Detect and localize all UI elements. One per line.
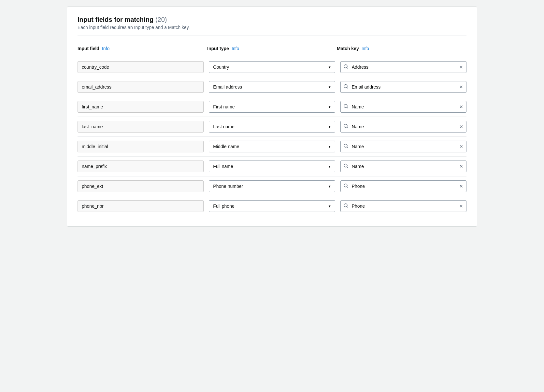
input-fields-panel: Input fields for matching (20) Each inpu… bbox=[67, 7, 477, 227]
match-key-wrapper-1: ✕ bbox=[340, 81, 466, 93]
clear-button-1[interactable]: ✕ bbox=[459, 85, 463, 89]
field-name-3: last_name bbox=[78, 121, 204, 133]
input-type-select-0[interactable]: CountryEmail addressFirst nameLast nameM… bbox=[209, 61, 335, 73]
col-header-input-type: Input type Info bbox=[207, 42, 337, 54]
match-key-input-5[interactable] bbox=[340, 161, 466, 172]
col-input-field-info-link[interactable]: Info bbox=[102, 46, 109, 51]
match-key-input-6[interactable] bbox=[340, 180, 466, 192]
input-type-wrapper-7: CountryEmail addressFirst nameLast nameM… bbox=[209, 200, 335, 212]
field-name-6: phone_ext bbox=[78, 180, 204, 192]
match-key-input-3[interactable] bbox=[340, 121, 466, 133]
clear-button-4[interactable]: ✕ bbox=[459, 144, 463, 149]
col-header-match-key: Match key Info bbox=[337, 42, 466, 54]
col-input-field-label: Input field bbox=[78, 46, 99, 51]
input-type-select-4[interactable]: CountryEmail addressFirst nameLast nameM… bbox=[209, 141, 335, 152]
input-type-select-7[interactable]: CountryEmail addressFirst nameLast nameM… bbox=[209, 200, 335, 212]
input-type-wrapper-6: CountryEmail addressFirst nameLast nameM… bbox=[209, 180, 335, 192]
field-name-5: name_prefix bbox=[78, 161, 204, 172]
match-key-input-1[interactable] bbox=[340, 81, 466, 93]
match-key-wrapper-3: ✕ bbox=[340, 121, 466, 133]
match-key-wrapper-2: ✕ bbox=[340, 101, 466, 113]
field-name-4: middle_initial bbox=[78, 141, 204, 152]
clear-button-5[interactable]: ✕ bbox=[459, 164, 463, 169]
clear-button-6[interactable]: ✕ bbox=[459, 184, 463, 189]
clear-button-7[interactable]: ✕ bbox=[459, 204, 463, 208]
match-key-wrapper-7: ✕ bbox=[340, 200, 466, 212]
field-name-7: phone_nbr bbox=[78, 200, 204, 212]
clear-button-3[interactable]: ✕ bbox=[459, 124, 463, 129]
table-row: middle_initialCountryEmail addressFirst … bbox=[78, 137, 466, 157]
col-header-input-field: Input field Info bbox=[78, 42, 207, 54]
panel-header: Input fields for matching (20) Each inpu… bbox=[78, 16, 466, 35]
input-type-wrapper-5: CountryEmail addressFirst nameLast nameM… bbox=[209, 161, 335, 172]
input-type-select-2[interactable]: CountryEmail addressFirst nameLast nameM… bbox=[209, 101, 335, 113]
input-type-wrapper-0: CountryEmail addressFirst nameLast nameM… bbox=[209, 61, 335, 73]
panel-title-text: Input fields for matching bbox=[78, 16, 153, 23]
match-key-input-7[interactable] bbox=[340, 200, 466, 212]
table-body: country_codeCountryEmail addressFirst na… bbox=[78, 57, 466, 216]
col-input-type-info-link[interactable]: Info bbox=[232, 46, 239, 51]
col-match-key-info-link[interactable]: Info bbox=[362, 46, 369, 51]
table-row: first_nameCountryEmail addressFirst name… bbox=[78, 97, 466, 117]
table-row: country_codeCountryEmail addressFirst na… bbox=[78, 57, 466, 77]
match-key-wrapper-5: ✕ bbox=[340, 161, 466, 172]
table-row: email_addressCountryEmail addressFirst n… bbox=[78, 77, 466, 97]
match-key-input-0[interactable] bbox=[340, 61, 466, 73]
field-name-1: email_address bbox=[78, 81, 204, 93]
input-type-wrapper-2: CountryEmail addressFirst nameLast nameM… bbox=[209, 101, 335, 113]
input-type-wrapper-3: CountryEmail addressFirst nameLast nameM… bbox=[209, 121, 335, 133]
input-type-wrapper-1: CountryEmail addressFirst nameLast nameM… bbox=[209, 81, 335, 93]
panel-subtitle: Each input field requires an Input type … bbox=[78, 25, 466, 30]
table-row: last_nameCountryEmail addressFirst nameL… bbox=[78, 117, 466, 137]
input-type-select-6[interactable]: CountryEmail addressFirst nameLast nameM… bbox=[209, 180, 335, 192]
input-type-select-1[interactable]: CountryEmail addressFirst nameLast nameM… bbox=[209, 81, 335, 93]
match-key-wrapper-0: ✕ bbox=[340, 61, 466, 73]
panel-count: (20) bbox=[155, 16, 167, 23]
match-key-input-2[interactable] bbox=[340, 101, 466, 113]
field-name-0: country_code bbox=[78, 61, 204, 73]
table-row: phone_nbrCountryEmail addressFirst nameL… bbox=[78, 196, 466, 216]
match-key-wrapper-6: ✕ bbox=[340, 180, 466, 192]
table-header: Input field Info Input type Info Match k… bbox=[78, 42, 466, 57]
table-row: name_prefixCountryEmail addressFirst nam… bbox=[78, 157, 466, 176]
input-type-select-3[interactable]: CountryEmail addressFirst nameLast nameM… bbox=[209, 121, 335, 133]
panel-title: Input fields for matching (20) bbox=[78, 16, 466, 23]
match-key-wrapper-4: ✕ bbox=[340, 141, 466, 152]
clear-button-0[interactable]: ✕ bbox=[459, 65, 463, 69]
col-input-type-label: Input type bbox=[207, 46, 229, 51]
field-name-2: first_name bbox=[78, 101, 204, 113]
match-key-input-4[interactable] bbox=[340, 141, 466, 152]
table-row: phone_extCountryEmail addressFirst nameL… bbox=[78, 176, 466, 196]
input-type-wrapper-4: CountryEmail addressFirst nameLast nameM… bbox=[209, 141, 335, 152]
input-type-select-5[interactable]: CountryEmail addressFirst nameLast nameM… bbox=[209, 161, 335, 172]
clear-button-2[interactable]: ✕ bbox=[459, 105, 463, 109]
col-match-key-label: Match key bbox=[337, 46, 359, 51]
